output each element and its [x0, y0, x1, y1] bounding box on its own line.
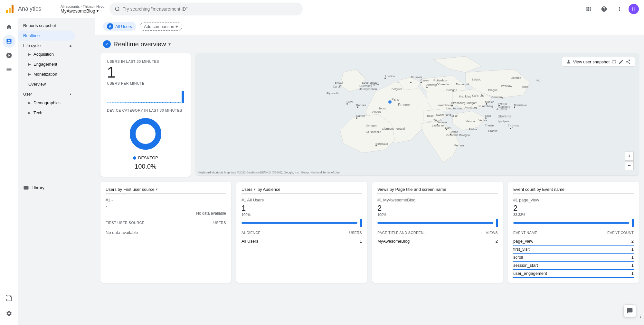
- card4-bar-fill: [513, 222, 629, 224]
- apps-button[interactable]: [582, 3, 595, 15]
- svg-point-85: [451, 105, 453, 106]
- sidebar-item-demographics[interactable]: ▶ Demographics: [18, 98, 75, 108]
- svg-text:Grenoble: Grenoble: [446, 134, 458, 137]
- zoom-out-button[interactable]: −: [625, 161, 634, 170]
- nav-settings-button[interactable]: [3, 307, 15, 320]
- realtime-header: ✓ Realtime overview ▾: [95, 35, 644, 53]
- view-snapshot-button[interactable]: View user snapshot: [562, 57, 635, 67]
- nav-explore-button[interactable]: [3, 49, 15, 62]
- nav-library-button[interactable]: [3, 292, 15, 304]
- card2-rank-pct: 100%: [242, 213, 362, 217]
- map-attribution: Keyboard shortcuts Map data ©2023 GeoBas…: [198, 171, 340, 174]
- sidebar-library[interactable]: Library: [18, 182, 77, 193]
- chat-button[interactable]: [623, 304, 636, 317]
- sidebar-item-realtime[interactable]: Realtime: [18, 31, 75, 41]
- zoom-in-button[interactable]: +: [625, 152, 634, 161]
- card4-row-scroll: scroll 1: [513, 254, 634, 262]
- card1-dropdown[interactable]: ▾: [156, 187, 158, 191]
- sidebar-item-overview[interactable]: Overview: [18, 79, 75, 89]
- sidebar-item-acquisition[interactable]: ▶ Acquisition: [18, 49, 75, 59]
- card2-users-dropdown[interactable]: ▾: [254, 187, 256, 191]
- user-section-header[interactable]: User ▲: [18, 89, 77, 98]
- expand-icon: ▶: [28, 62, 31, 66]
- card3-rank: #1 MyAwesomeBlog: [377, 198, 498, 202]
- svg-text:La Rochelle: La Rochelle: [366, 130, 381, 134]
- realtime-left-panel: USERS IN LAST 30 MINUTES 1 USERS PER MIN…: [100, 53, 191, 177]
- card2-table-header: AUDIENCE USERS: [242, 229, 362, 236]
- svg-text:France: France: [398, 103, 410, 107]
- card1-underline: [106, 193, 226, 194]
- map-controls: + −: [625, 152, 634, 170]
- sidebar-item-tech[interactable]: ▶ Tech: [18, 108, 75, 118]
- card-page-views: Views by Page title and screen name #1 M…: [372, 182, 503, 283]
- card2-rank: #1 All Users: [242, 198, 362, 202]
- svg-text:Lausanne: Lausanne: [432, 124, 445, 127]
- realtime-map: Paris Brussels London Rotterdam Düsseldo…: [196, 53, 639, 177]
- plus-icon: +: [175, 24, 178, 29]
- nav-reports-button[interactable]: [3, 35, 15, 48]
- search-bar[interactable]: [109, 3, 303, 15]
- expand-icon: ▶: [28, 101, 31, 105]
- card4-bar-bg: [513, 222, 629, 224]
- svg-text:Brno: Brno: [522, 85, 528, 88]
- svg-text:Brighton: Brighton: [370, 83, 381, 86]
- edit-icon: [619, 59, 624, 64]
- svg-text:Switzerland: Switzerland: [436, 113, 451, 116]
- svg-text:Bratislava: Bratislava: [514, 104, 527, 107]
- svg-text:Ki...: Ki...: [536, 79, 542, 82]
- account-info[interactable]: All accounts › Thibault Hyvor MyAwesomeB…: [61, 5, 106, 14]
- card3-rank-value: 2: [377, 204, 498, 213]
- svg-text:Luxembourg: Luxembourg: [437, 104, 453, 107]
- search-icon: [115, 6, 120, 12]
- svg-text:Nuremberg: Nuremberg: [478, 105, 493, 108]
- help-icon: [601, 6, 607, 12]
- svg-point-50: [346, 103, 348, 105]
- svg-text:Clermont-Ferrand: Clermont-Ferrand: [382, 127, 405, 130]
- card4-row-session-start: session_start 1: [513, 262, 634, 270]
- svg-text:Belgium: Belgium: [392, 88, 402, 91]
- lifecycle-section-header[interactable]: Life cycle ▲: [18, 41, 77, 49]
- card3-table-header: PAGE TITLE AND SCREEN... VIEWS: [377, 229, 498, 236]
- app-body: Reports snapshot Realtime Life cycle ▲ ▶…: [0, 18, 644, 325]
- card3-bar-end: [496, 219, 498, 227]
- svg-text:Brest: Brest: [346, 100, 354, 104]
- device-section: DEVICE CATEGORY IN LAST 30 MINUTES DESKT…: [107, 108, 184, 170]
- nav-advertising-button[interactable]: [3, 63, 15, 76]
- svg-text:Padua: Padua: [469, 128, 477, 131]
- svg-point-55: [375, 145, 377, 146]
- title-dropdown-icon[interactable]: ▾: [168, 42, 171, 47]
- svg-point-67: [514, 107, 515, 108]
- add-comparison-button[interactable]: Add comparison +: [140, 23, 182, 31]
- svg-text:Augsburg: Augsburg: [464, 106, 477, 109]
- svg-text:Rouen: Rouen: [368, 88, 377, 91]
- device-label: DEVICE CATEGORY IN LAST 30 MINUTES: [107, 108, 184, 112]
- library-icon: [6, 295, 12, 301]
- svg-text:Paris: Paris: [392, 98, 399, 101]
- more-button[interactable]: [613, 3, 626, 15]
- nav-home-button[interactable]: [3, 21, 15, 33]
- svg-text:Czechia: Czechia: [511, 76, 521, 79]
- realtime-body: USERS IN LAST 30 MINUTES 1 USERS PER MIN…: [95, 53, 644, 182]
- account-name[interactable]: MyAwesomeBlog ▾: [61, 8, 106, 14]
- card4-rank: #1 page_view: [513, 198, 634, 202]
- users-per-minute-label: USERS PER MINUTE: [107, 81, 184, 85]
- all-users-filter[interactable]: A All Users: [103, 22, 136, 31]
- svg-point-38: [446, 129, 447, 130]
- card1-no-data-msg: No data available: [106, 211, 226, 216]
- card3-bar-bg: [377, 222, 493, 224]
- svg-text:Angers: Angers: [372, 110, 382, 113]
- sidebar-item-engagement[interactable]: ▶ Engagement: [18, 59, 75, 69]
- desktop-label: DESKTOP: [138, 155, 158, 160]
- sidebar-item-monetization[interactable]: ▶ Monetization: [18, 69, 75, 79]
- svg-text:Bristol: Bristol: [335, 81, 343, 84]
- help-button[interactable]: [598, 3, 611, 15]
- settings-icon: [6, 310, 12, 317]
- card3-title: Views by Page title and screen name: [377, 187, 498, 192]
- avatar[interactable]: H: [629, 4, 639, 14]
- card1-table-header: FIRST USER SOURCE USERS: [106, 219, 226, 226]
- svg-text:Trieste: Trieste: [485, 124, 494, 127]
- card4-bar-row: [513, 219, 634, 227]
- search-input[interactable]: [123, 6, 298, 12]
- svg-text:Lyon: Lyon: [445, 126, 451, 129]
- svg-point-62: [510, 128, 511, 129]
